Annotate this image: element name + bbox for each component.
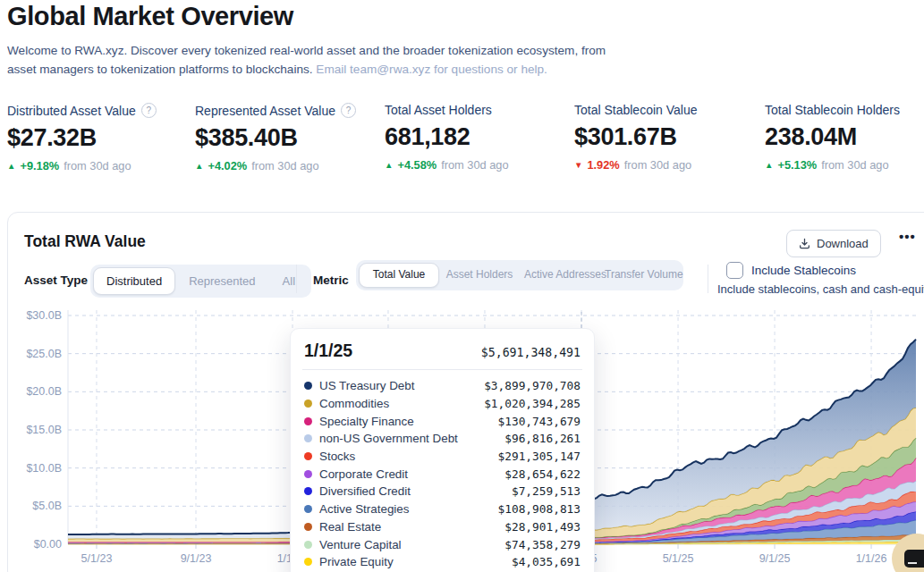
stat-represented-asset-value: Represented Asset Value? $385.40B ▲+4.02… xyxy=(195,103,385,172)
asset-type-label: Asset Type xyxy=(24,273,88,287)
tooltip-row: Commodities$1,020,394,285 xyxy=(304,395,581,413)
series-dot xyxy=(304,434,312,442)
svg-text:$15.0B: $15.0B xyxy=(26,424,62,436)
asset-type-segmented-control: Distributed Represented All xyxy=(90,265,311,298)
tooltip-row: Real Estate$28,901,493 xyxy=(304,518,581,536)
tooltip-row: non-US Government Debt$96,816,261 xyxy=(304,430,581,448)
controls-divider xyxy=(296,265,297,293)
metric-option-transfer-volume[interactable]: Transfer Volume xyxy=(600,263,681,288)
stat-distributed-asset-value: Distributed Asset Value? $27.32B ▲+9.18%… xyxy=(7,103,195,172)
svg-text:9/1/25: 9/1/25 xyxy=(759,552,791,565)
floating-widget-icon xyxy=(904,550,924,568)
include-stablecoins-label: Include Stablecoins xyxy=(751,264,856,277)
stat-total-stablecoin-value: Total Stablecoin Value $301.67B ▼1.92%fr… xyxy=(574,103,765,172)
tooltip-row: US Treasury Debt$3,899,970,708 xyxy=(304,377,581,395)
include-stablecoins-block: Include Stablecoins Include stablecoins,… xyxy=(726,262,924,296)
stat-total-stablecoin-holders: Total Stablecoin Holders 238.04M ▲+5.13%… xyxy=(765,103,900,172)
total-rwa-value-card: Total RWA Value Download ••• Asset Type … xyxy=(7,212,924,572)
download-button[interactable]: Download xyxy=(786,230,881,257)
svg-text:$30.0B: $30.0B xyxy=(26,309,62,322)
series-dot xyxy=(304,417,312,425)
tooltip-row: Diversified Credit$7,259,513 xyxy=(304,483,581,500)
controls-divider xyxy=(708,265,708,293)
include-stablecoins-sublabel: Include stablecoins, cash and cash-equiv… xyxy=(717,282,924,296)
asset-type-option-represented[interactable]: Represented xyxy=(175,267,268,295)
series-dot xyxy=(304,558,312,566)
series-dot xyxy=(304,470,312,478)
delta-arrow-icon: ▼ xyxy=(574,160,582,170)
asset-type-option-distributed[interactable]: Distributed xyxy=(93,267,175,295)
metric-option-total-value[interactable]: Total Value xyxy=(359,263,439,288)
stat-value: $385.40B xyxy=(195,124,385,152)
tooltip-row: Corporate Credit$28,654,622 xyxy=(304,465,581,483)
svg-text:1/1/26: 1/1/26 xyxy=(856,552,887,565)
tooltip-row: Private Equity$4,035,691 xyxy=(304,553,581,571)
stat-label: Distributed Asset Value? xyxy=(7,103,195,118)
stats-row: Distributed Asset Value? $27.32B ▲+9.18%… xyxy=(7,103,924,172)
tooltip-date: 1/1/25 xyxy=(304,341,352,361)
tooltip-divider xyxy=(302,369,582,370)
svg-text:$0.00: $0.00 xyxy=(34,538,62,551)
svg-text:$20.0B: $20.0B xyxy=(26,385,62,398)
more-options-button[interactable]: ••• xyxy=(899,229,916,244)
card-title: Total RWA Value xyxy=(24,232,146,251)
download-label: Download xyxy=(817,237,869,250)
tooltip-row: Specialty Finance$130,743,679 xyxy=(304,412,581,430)
svg-text:9/1/23: 9/1/23 xyxy=(181,552,212,565)
metric-segmented-control: Total Value Asset Holders Active Address… xyxy=(356,260,683,290)
stat-label: Represented Asset Value? xyxy=(195,103,385,118)
include-stablecoins-checkbox[interactable] xyxy=(726,262,743,279)
stat-label: Total Stablecoin Holders xyxy=(765,103,900,117)
page-description-help-link[interactable]: Email team@rwa.xyz for questions or help… xyxy=(316,63,547,76)
series-dot xyxy=(304,452,312,460)
series-dot xyxy=(304,487,312,495)
series-dot xyxy=(304,505,312,513)
stat-delta: ▲+5.13%from 30d ago xyxy=(765,158,900,172)
series-dot xyxy=(304,400,312,408)
stat-delta: ▲+4.02%from 30d ago xyxy=(195,159,385,172)
stat-label: Total Asset Holders xyxy=(385,103,574,117)
delta-arrow-icon: ▲ xyxy=(195,161,203,171)
tooltip-row: Stocks$291,305,147 xyxy=(304,448,581,466)
delta-arrow-icon: ▲ xyxy=(765,160,773,170)
tooltip-total: $5,691,348,491 xyxy=(481,346,581,359)
series-dot xyxy=(304,382,312,390)
svg-text:5/1/23: 5/1/23 xyxy=(81,552,113,565)
chart-tooltip: 1/1/25 $5,691,348,491 US Treasury Debt$3… xyxy=(290,328,595,572)
page-description: Welcome to RWA.xyz. Discover every token… xyxy=(7,41,633,80)
stat-delta: ▲+4.58%from 30d ago xyxy=(385,158,574,172)
download-icon xyxy=(799,238,810,249)
series-dot xyxy=(304,523,312,531)
stat-value: 238.04M xyxy=(765,123,900,151)
stat-total-asset-holders: Total Asset Holders 681,182 ▲+4.58%from … xyxy=(385,103,574,172)
svg-text:$5.0B: $5.0B xyxy=(32,500,62,512)
metric-label: Metric xyxy=(313,273,349,287)
tooltip-row: Active Strategies$108,908,813 xyxy=(304,500,581,518)
metric-option-active-addresses[interactable]: Active Addresses xyxy=(520,263,600,288)
delta-arrow-icon: ▲ xyxy=(385,160,393,170)
stat-value: $301.67B xyxy=(574,123,765,151)
help-icon[interactable]: ? xyxy=(141,103,157,118)
svg-text:5/1/25: 5/1/25 xyxy=(663,552,694,565)
stat-delta: ▲+9.18%from 30d ago xyxy=(7,159,195,172)
metric-option-asset-holders[interactable]: Asset Holders xyxy=(439,263,520,288)
page-title: Global Market Overview xyxy=(7,2,293,31)
asset-type-option-all[interactable]: All xyxy=(269,267,309,295)
stat-value: 681,182 xyxy=(385,123,574,151)
stat-label: Total Stablecoin Value xyxy=(574,103,765,117)
help-icon[interactable]: ? xyxy=(341,103,356,118)
svg-text:$10.0B: $10.0B xyxy=(26,462,62,475)
stat-value: $27.32B xyxy=(7,124,195,152)
stat-delta: ▼1.92%from 30d ago xyxy=(574,158,765,172)
tooltip-row: Venture Capital$74,358,279 xyxy=(304,535,581,553)
svg-text:$25.0B: $25.0B xyxy=(26,348,62,360)
delta-arrow-icon: ▲ xyxy=(7,161,15,171)
series-dot xyxy=(304,541,312,549)
